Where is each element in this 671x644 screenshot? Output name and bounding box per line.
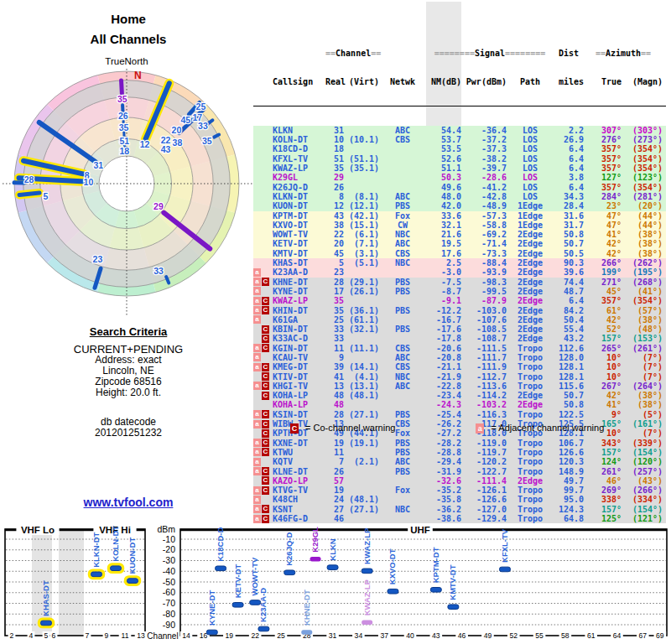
channel-tick-label: 2 <box>10 631 14 640</box>
channel-tick-label: 55 <box>535 631 544 640</box>
radar-channel-label: 33 <box>153 266 164 276</box>
tvfool-link[interactable]: www.tvfool.com <box>84 496 174 509</box>
channel-tick-label: 11 <box>122 631 129 640</box>
table-row: KOHA-LP48-24.3-103.22Edge50.841°(38°) <box>253 400 666 409</box>
adjacent-channel-icon: a <box>253 496 261 504</box>
table-row: aCKTVG-TV19Fox-35.2-126.1Tropo99.7269°(2… <box>253 486 666 495</box>
radar-subtitle: All Channels <box>0 32 257 46</box>
station-bar <box>310 557 321 562</box>
table-row: KLKN31ABC54.4-36.4LOS2.2307°(303°) <box>253 126 666 135</box>
signal-bar <box>214 134 219 137</box>
station-bar <box>388 589 398 594</box>
radar-channel-label: 22 <box>161 135 171 145</box>
station-label: K18CD-D <box>216 527 225 561</box>
table-row: CKAZO-LP57-32.6-111.42Edge49.746°(43°) <box>253 476 666 486</box>
co-channel-icon: C <box>262 420 269 428</box>
channel-tick-label: 61 <box>587 631 596 640</box>
station-bar <box>327 565 338 570</box>
station-label: KUON-DT <box>127 538 137 574</box>
adjacent-channel-icon: a <box>253 467 261 475</box>
table-row: aCKTWU11PBS-28.8-119.7Tropo126.6157°(154… <box>253 448 666 457</box>
table-rows: KLKN31ABC54.4-36.4LOS2.2307°(303°)KOLN-D… <box>253 126 666 523</box>
channel-tick-label: 43 <box>432 631 440 640</box>
table-row: aCKHNE-DT28(29.1)PBS-7.5-98.32Edge74.427… <box>253 278 666 287</box>
channel-tick-label: 46 <box>458 631 466 640</box>
radar-channel-label: 45 <box>181 115 191 125</box>
table-row: KOLN-DT10(10.1)CBS53.7-37.2LOS26.9276°(2… <box>253 135 666 144</box>
co-channel-icon: C <box>262 467 269 475</box>
station-bar <box>216 566 226 571</box>
adjacent-channel-icon: a <box>253 448 261 456</box>
channel-tick-label: 4 <box>29 631 34 640</box>
spectrum-gap-band <box>59 530 84 636</box>
station-bar <box>258 626 269 631</box>
search-height: Height: 20.0 ft. <box>0 387 257 398</box>
radar-channel-label: 31 <box>93 160 103 170</box>
radar-channel-label: 25 <box>196 101 206 112</box>
dbm-tick-label: -90 <box>163 620 175 630</box>
station-bar <box>284 570 295 575</box>
radar-channel-label: 28 <box>24 174 34 184</box>
signal-strength-chart: VHF LoVHF HiUHFdBm-10-20-30-40-50-60-70-… <box>0 516 671 644</box>
true-north-label: TrueNorth <box>105 56 148 66</box>
radar-channel-label: 29 <box>153 201 164 211</box>
table-row: CKOHA-LP48(48.1)-23.4-114.22Edge50.742°(… <box>253 391 666 400</box>
table-row: aKQTV7(2.1)ABC-29.4-120.2Tropo120.3124°(… <box>253 457 666 466</box>
table-row: WOWT-TV22(6.1)NBC21.6-69.22Edge50.841°(3… <box>253 230 666 239</box>
dbm-axis-label: dBm <box>157 524 175 534</box>
panel-title: UHF <box>410 525 430 535</box>
adjacent-channel-icon: a <box>253 315 261 324</box>
co-channel-icon: C <box>262 515 269 523</box>
channel-tick-label: 14 <box>182 631 190 640</box>
co-channel-icon: C <box>262 297 269 305</box>
table-row: aKYNE-DT17(26.1)PBS-8.7-99.52Edge48.745°… <box>253 287 666 296</box>
radar-channel-label: 5 <box>43 191 48 201</box>
table-row: aCKHGI-TV13(13.1)ABC-22.8-113.6Tropo115.… <box>253 382 666 391</box>
station-label: KWAZ-LP <box>362 527 372 564</box>
dbm-tick-label: -60 <box>163 587 175 597</box>
table-header-groups: ==Channel== ========Signal======== Dist … <box>253 49 666 58</box>
co-channel-icon: C <box>290 423 299 434</box>
table-row: KETV-DT20(7.1)ABC19.5-71.42Edge50.742°(3… <box>253 239 666 248</box>
adjacent-channel-icon: a <box>253 515 261 523</box>
table-column-headers: Callsign Real (Virt) Netwk NM(dB) Pwr(dB… <box>253 77 666 86</box>
table-row: K29GL2950.3-28.6LOS3.8127°(123°) <box>253 173 666 182</box>
channel-tick-label: 31 <box>329 631 337 640</box>
station-label: K23AA-D <box>258 588 268 622</box>
station-label: K29GL <box>310 527 320 553</box>
channel-tick-label: 9 <box>105 631 109 640</box>
radar-channel-label: 35 <box>202 136 212 146</box>
panel-title: VHF Lo <box>21 525 55 535</box>
station-label: KMTV-DT <box>448 564 457 600</box>
station-label: KOLN-DT <box>111 526 120 562</box>
table-row: KUON-DT12(12.1)PBS42.0-48.91Edge28.423°(… <box>253 201 666 210</box>
station-label: KFXL-TV <box>500 528 509 563</box>
adjacent-channel-icon: a <box>253 382 261 390</box>
radar-channel-label: 23 <box>93 254 103 264</box>
azimuth-radar-plot: 3181028512352635511825174520332238433529… <box>0 50 260 320</box>
table-row: KWAZ-LP35(35.1)51.1-39.7LOS6.4357°(354°) <box>253 164 666 173</box>
co-channel-icon: C <box>262 335 269 343</box>
table-row: KHAS-DT5(5.1)NBC2.5-88.42Edge90.3266°(26… <box>253 258 666 267</box>
dbm-tick-label: -20 <box>163 544 175 554</box>
co-channel-icon: C <box>262 392 269 400</box>
station-bar <box>448 605 459 610</box>
co-channel-icon: C <box>262 439 269 447</box>
co-channel-icon: C <box>262 486 269 495</box>
channel-tick-label: 64 <box>613 631 622 640</box>
radar-channel-label: 35 <box>117 94 127 104</box>
radar-channel-label: 12 <box>140 139 150 149</box>
search-criteria-title: Search Criteria <box>0 325 257 338</box>
table-row: aCKWAZ-LP35-9.1-87.92Edge6.4357°(354°) <box>253 296 666 305</box>
channel-tick-label: 5 <box>44 631 49 640</box>
co-channel-icon: C <box>262 344 269 352</box>
radar-channel-label: 10 <box>84 177 94 187</box>
table-row: aK23AA-D23-3.0-93.92Edge39.6199°(195°) <box>253 267 666 277</box>
table-row: KPTM-DT43(42.1)Fox33.6-57.31Edge31.647°(… <box>253 211 666 221</box>
station-bar <box>499 567 510 572</box>
table-row: KMTV-DT45(3.1)CBS17.6-73.32Edge50.542°(3… <box>253 249 666 258</box>
station-label: KXVO-DT <box>388 548 397 584</box>
site-link-wrap: www.tvfool.com <box>0 495 257 510</box>
table-row: KXVO-DT38(15.1)CW32.1-58.81Edge31.747°(4… <box>253 221 666 230</box>
radar-title: Home <box>0 12 257 26</box>
